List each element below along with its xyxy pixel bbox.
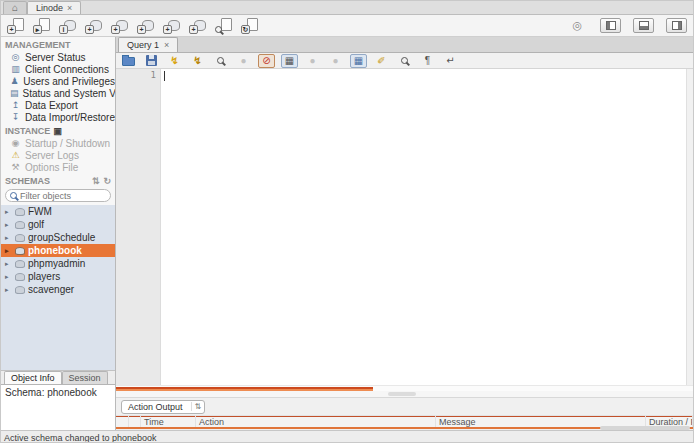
execute-current-statement-button[interactable]: ↯ <box>189 54 206 68</box>
search-icon <box>10 192 17 199</box>
home-tab[interactable]: ⌂ <box>3 1 27 14</box>
session-tab-label: Session <box>69 373 101 383</box>
commit-button[interactable]: ● <box>304 54 321 68</box>
sidebar-item-startup-shutdown[interactable]: ◉ Startup / Shutdown <box>1 137 115 149</box>
new-sql-badge: + <box>7 25 16 34</box>
close-query-tab-icon[interactable]: × <box>164 40 169 50</box>
schema-row-players[interactable]: ▸ players <box>1 270 115 283</box>
query-tab-bar: Query 1 × <box>116 37 693 53</box>
home-icon: ⌂ <box>12 3 18 13</box>
schema-row-groupschedule[interactable]: ▸ groupSchedule <box>1 231 115 244</box>
toggle-stop-on-error-button[interactable]: ⊘ <box>258 54 275 68</box>
create-table-icon[interactable]: + <box>111 18 128 33</box>
sidebar-item-server-status[interactable]: ◎ Server Status <box>1 51 115 63</box>
explain-plan-button[interactable] <box>212 54 229 68</box>
server-logs-label: Server Logs <box>25 150 79 161</box>
output-hscroll-thumb[interactable] <box>600 426 690 430</box>
query-tab-label: Query 1 <box>127 40 159 50</box>
expander-icon[interactable]: ▸ <box>5 208 12 216</box>
data-export-icon: ↥ <box>10 101 21 110</box>
reconnect-dbms-icon[interactable]: ↻ <box>241 18 258 33</box>
sidebar-item-data-import-restore[interactable]: ↧ Data Import/Restore <box>1 111 115 123</box>
toggle-autocommit-button[interactable]: ▦ <box>350 54 367 68</box>
open-sql-script-icon[interactable]: ▸ <box>33 18 50 33</box>
limit-rows-button[interactable]: ▦ <box>281 54 298 68</box>
instance-icon: ▣ <box>53 126 62 136</box>
data-import-icon: ↧ <box>10 113 21 122</box>
schema-filter-input[interactable] <box>20 191 100 201</box>
column-time[interactable]: Time <box>141 416 196 427</box>
create-procedure-icon[interactable]: + <box>163 18 180 33</box>
window-tab-bar: ⌂ Linode × <box>1 1 693 15</box>
inspect-object-icon[interactable]: i <box>59 18 76 33</box>
toggle-right-sidebar-button[interactable] <box>666 18 687 33</box>
create-procedure-badge: + <box>163 25 172 34</box>
object-info-text: Schema: phonebook <box>5 387 97 398</box>
tab-object-info[interactable]: Object Info <box>4 371 62 384</box>
execute-button[interactable]: ↯ <box>166 54 183 68</box>
combo-arrows-icon: ⇅ <box>191 402 202 411</box>
tab-session[interactable]: Session <box>62 371 108 384</box>
sidebar-item-options-file[interactable]: ⚒ Options File <box>1 161 115 173</box>
toggle-word-wrap-button[interactable]: ↵ <box>442 54 459 68</box>
expander-icon[interactable]: ▸ <box>5 221 12 229</box>
sidebar-item-data-export[interactable]: ↥ Data Export <box>1 99 115 111</box>
schema-row-phpmyadmin[interactable]: ▸ phpmyadmin <box>1 257 115 270</box>
create-function-icon[interactable]: + <box>189 18 206 33</box>
expander-icon[interactable]: ▸ <box>5 234 12 242</box>
search-table-data-icon[interactable] <box>215 18 232 33</box>
expander-icon[interactable]: ▸ <box>5 286 12 294</box>
new-sql-tab-icon[interactable]: + <box>7 18 24 33</box>
sidebar-item-server-logs[interactable]: ⚠ Server Logs <box>1 149 115 161</box>
schema-row-golf[interactable]: ▸ golf <box>1 218 115 231</box>
toggle-invisible-characters-button[interactable]: ¶ <box>419 54 436 68</box>
schema-row-phonebook-selected[interactable]: ▸ phonebook <box>1 244 115 257</box>
schema-label: players <box>28 271 60 282</box>
find-button[interactable] <box>396 54 413 68</box>
collapse-all-icon[interactable]: ⇅ <box>92 176 100 186</box>
sidebar-item-status-system-variables[interactable]: ▤ Status and System Variables <box>1 87 115 99</box>
refresh-schemas-icon[interactable]: ↻ <box>103 176 111 186</box>
schema-icon <box>15 208 25 216</box>
output-view-selector[interactable]: Action Output ⇅ <box>121 400 205 414</box>
toggle-output-area-button[interactable] <box>633 18 654 33</box>
toggle-left-sidebar-button[interactable] <box>600 18 621 33</box>
inspect-badge: i <box>59 25 68 34</box>
close-tab-icon[interactable]: × <box>67 3 72 13</box>
connection-tab-label: Linode <box>36 3 63 13</box>
schema-row-fwm[interactable]: ▸ FWM <box>1 205 115 218</box>
expander-icon[interactable]: ▸ <box>5 260 12 268</box>
server-status-icon: ◎ <box>10 53 21 62</box>
column-index[interactable] <box>129 416 141 427</box>
management-title: MANAGEMENT <box>5 40 71 50</box>
beautify-sql-button[interactable]: ✐ <box>373 54 390 68</box>
sql-code-editor[interactable]: 1 <box>116 69 693 385</box>
folder-icon <box>122 57 135 66</box>
sidebar-item-users-privileges[interactable]: ♟ Users and Privileges <box>1 75 115 87</box>
save-script-button[interactable] <box>143 54 160 68</box>
create-view-icon[interactable]: + <box>137 18 154 33</box>
startup-shutdown-icon: ◉ <box>10 139 21 148</box>
query-1-tab[interactable]: Query 1 × <box>118 37 178 52</box>
rollback-button[interactable]: ● <box>327 54 344 68</box>
schema-row-scavenger[interactable]: ▸ scavenger <box>1 283 115 296</box>
create-schema-icon[interactable]: + <box>85 18 102 33</box>
sidebar-item-client-connections[interactable]: ▥ Client Connections <box>1 63 115 75</box>
stop-query-button[interactable]: ● <box>235 54 252 68</box>
data-export-label: Data Export <box>25 100 78 111</box>
connection-tab-linode[interactable]: Linode × <box>27 1 81 14</box>
open-script-button[interactable] <box>120 54 137 68</box>
expander-icon[interactable]: ▸ <box>5 273 12 281</box>
splitter-handle[interactable] <box>388 392 416 396</box>
options-file-label: Options File <box>25 162 78 173</box>
editor-area: Query 1 × ↯ ↯ ● ⊘ ▦ ● ● ▦ ✐ ¶ ↵ <box>116 37 693 430</box>
schema-icon <box>15 286 25 294</box>
connection-indicator-icon: ◎ <box>572 19 582 32</box>
create-schema-badge: + <box>85 25 94 34</box>
column-status[interactable] <box>116 416 129 427</box>
client-connections-icon: ▥ <box>10 65 21 74</box>
schema-icon <box>15 247 25 255</box>
expander-icon[interactable]: ▸ <box>5 247 12 255</box>
column-action[interactable]: Action <box>196 416 436 427</box>
editor-vertical-scrollbar[interactable] <box>686 69 693 385</box>
